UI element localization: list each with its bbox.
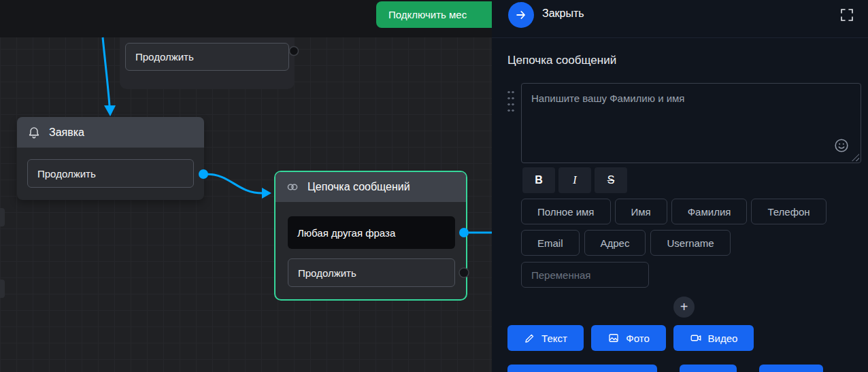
add-photo-label: Фото xyxy=(626,333,649,344)
variable-chips-row-1: Полное имя Имя Фамилия Телефон xyxy=(521,199,827,224)
message-drag-handle[interactable] xyxy=(507,89,514,112)
add-block-button[interactable]: + xyxy=(673,297,695,318)
add-text-label: Текст xyxy=(541,333,567,344)
add-video-label: Видео xyxy=(708,333,738,344)
textarea-resize-grip[interactable] xyxy=(852,154,859,161)
variable-chip-last-name[interactable]: Фамилия xyxy=(671,199,748,224)
variable-chip-full-name[interactable]: Полное имя xyxy=(521,199,611,224)
node-continue-button[interactable]: Продолжить xyxy=(27,159,194,188)
attachment-actions-row-1: Текст Фото Видео xyxy=(507,325,754,351)
variable-chip-first-name[interactable]: Имя xyxy=(615,199,667,224)
node-chain-title: Цепочка сообщений xyxy=(307,181,410,193)
node-continue-label: Продолжить xyxy=(37,168,96,180)
connect-messenger-button[interactable]: Подключить мес xyxy=(376,1,510,28)
format-toolbar: B I S xyxy=(522,167,627,193)
node-continue-label: Продолжить xyxy=(135,51,194,63)
add-photo-button[interactable]: Фото xyxy=(591,325,666,351)
message-text: Напишите вашу Фамилию и имя xyxy=(531,92,685,104)
italic-button[interactable]: I xyxy=(558,167,591,193)
add-video-message-button[interactable]: Видеосообщение xyxy=(507,365,657,372)
close-panel-button[interactable] xyxy=(508,2,534,28)
variable-chip-username[interactable]: Username xyxy=(650,230,730,256)
connect-messenger-label: Подключить мес xyxy=(388,9,467,20)
variable-chips-row-2: Email Адрес Username xyxy=(521,230,731,256)
add-text-button[interactable]: Текст xyxy=(507,325,584,351)
pencil-icon xyxy=(524,333,535,344)
node-continue-button[interactable]: Продолжить xyxy=(125,43,289,71)
flow-node-request[interactable]: Заявка Продолжить xyxy=(17,117,204,200)
variable-input[interactable] xyxy=(521,262,649,288)
node-continue-button[interactable]: Продолжить xyxy=(288,258,455,287)
app-window: Продолжить Заявка Продолжить Цепочк xyxy=(0,0,868,372)
node-continue-label: Продолжить xyxy=(298,267,356,279)
add-audio-button[interactable]: Аудио xyxy=(680,365,737,372)
panel-title: Цепочка сообщений xyxy=(507,54,616,67)
node-request-title: Заявка xyxy=(49,126,84,139)
variable-chip-address[interactable]: Адрес xyxy=(584,230,646,256)
variable-chip-email[interactable]: Email xyxy=(521,230,580,256)
video-icon xyxy=(690,332,702,344)
message-textarea[interactable]: Напишите вашу Фамилию и имя xyxy=(521,83,861,163)
node-request-header[interactable]: Заявка xyxy=(17,117,204,148)
flow-node-message-chain[interactable]: Цепочка сообщений Любая другая фраза Про… xyxy=(274,171,467,301)
arrow-right-icon xyxy=(514,8,528,22)
chain-trigger-item[interactable]: Любая другая фраза xyxy=(288,216,455,249)
offscreen-node-stub[interactable] xyxy=(0,280,5,298)
attachment-actions-row-2: Видеосообщение Аудио Файл xyxy=(507,365,823,372)
settings-panel: Закрыть Цепочка сообщений Напишите вашу … xyxy=(492,0,868,372)
strikethrough-button[interactable]: S xyxy=(595,167,627,193)
add-video-button[interactable]: Видео xyxy=(673,325,754,351)
expand-icon xyxy=(839,7,855,23)
panel-header: Закрыть xyxy=(492,0,868,38)
bell-icon xyxy=(27,126,41,139)
close-label[interactable]: Закрыть xyxy=(542,7,584,20)
chain-link-icon xyxy=(286,180,299,194)
flow-node-partial[interactable]: Продолжить xyxy=(120,37,295,89)
fullscreen-button[interactable] xyxy=(837,5,856,24)
variable-chip-phone[interactable]: Телефон xyxy=(751,199,826,224)
photo-icon xyxy=(607,332,620,344)
offscreen-node-stub[interactable] xyxy=(0,208,5,226)
bold-button[interactable]: B xyxy=(522,167,555,193)
add-file-button[interactable]: Файл xyxy=(759,365,823,372)
emoji-icon[interactable] xyxy=(833,137,850,154)
node-chain-header[interactable]: Цепочка сообщений xyxy=(276,172,466,202)
chain-trigger-label: Любая другая фраза xyxy=(297,227,395,239)
